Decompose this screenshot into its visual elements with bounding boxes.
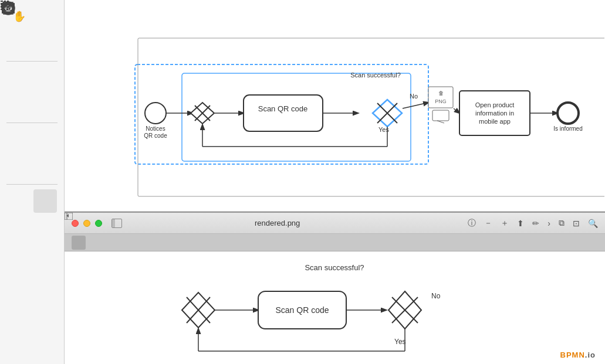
fullscreen-icon[interactable]: ⊡ (573, 219, 580, 228)
svg-line-50 (454, 108, 459, 113)
svg-text:Scan QR code: Scan QR code (275, 305, 329, 315)
zoom-in-icon[interactable]: ＋ (501, 218, 509, 229)
svg-text:🗑: 🗑 (438, 90, 444, 96)
svg-text:QR code: QR code (144, 132, 167, 139)
svg-text:Scan QR code: Scan QR code (258, 104, 308, 113)
svg-rect-32 (244, 95, 323, 131)
svg-rect-44 (432, 110, 449, 121)
png-content-area: Scan successful? Scan QR code No (65, 251, 605, 364)
dashed-rect-tool[interactable] (33, 189, 57, 213)
close-window-button[interactable] (72, 220, 79, 227)
bpmn-watermark: BPMN.io (560, 351, 596, 359)
svg-text:Scan successful?: Scan successful? (350, 72, 401, 79)
doc-tool[interactable] (8, 155, 31, 178)
zoom-out-icon[interactable]: － (484, 218, 492, 229)
search-icon[interactable]: 🔍 (588, 219, 598, 228)
info-icon[interactable]: ⓘ (468, 218, 476, 229)
more-icon[interactable]: › (547, 219, 550, 228)
bpmn-canvas[interactable]: Scan QR code Scan successful? No 🗑 PNG Y… (65, 0, 605, 212)
svg-line-40 (403, 103, 428, 108)
png-secondary-toolbar (65, 234, 605, 251)
svg-rect-22 (2, 4, 14, 13)
hline-rect-tool[interactable] (8, 189, 31, 213)
png-window-title: rendered.png (92, 219, 463, 227)
db-tool[interactable] (33, 155, 57, 178)
png-preview-window: rendered.png ⓘ － ＋ ⬆ ✏ › ⧉ ⊡ 🔍 (65, 212, 605, 364)
svg-text:Is informed: Is informed (553, 125, 582, 132)
svg-line-45 (437, 121, 444, 123)
thick-circle-tool[interactable] (33, 66, 57, 90)
png-toolbar-icons: ⓘ － ＋ ⬆ ✏ › ⧉ ⊡ 🔍 (468, 218, 598, 229)
diamond-tool[interactable] (33, 93, 57, 117)
svg-text:No: No (410, 93, 418, 100)
window-icon[interactable]: ⧉ (559, 218, 565, 228)
pencil-icon[interactable]: ✏ (532, 219, 539, 228)
sidebar-toggle-button[interactable] (72, 236, 86, 250)
svg-text:Yes: Yes (394, 338, 406, 346)
edit-tool[interactable] (33, 32, 57, 55)
svg-text:No: No (431, 292, 441, 300)
lasso-tool[interactable] (33, 5, 57, 28)
svg-point-26 (145, 103, 166, 124)
main-area: Scan QR code Scan successful? No 🗑 PNG Y… (65, 0, 605, 364)
minimize-window-button[interactable] (83, 220, 90, 227)
png-titlebar: rendered.png ⓘ － ＋ ⬆ ✏ › ⧉ ⊡ 🔍 (65, 213, 605, 234)
ring-tool[interactable] (8, 93, 31, 117)
svg-text:PNG: PNG (435, 98, 447, 104)
svg-text:Open product: Open product (475, 101, 515, 108)
share-icon[interactable]: ⬆ (517, 219, 524, 228)
svg-text:Notices: Notices (146, 125, 165, 132)
rounded-rect-tool[interactable] (33, 128, 57, 151)
rect-tool[interactable] (8, 128, 31, 151)
svg-point-56 (557, 103, 579, 124)
svg-text:mobile app: mobile app (479, 118, 511, 125)
connect-tool[interactable] (8, 32, 31, 55)
toolbar: ✋ (0, 0, 65, 364)
svg-text:information in: information in (475, 110, 514, 117)
svg-text:Scan successful?: Scan successful? (305, 263, 364, 272)
circle-tool[interactable] (8, 66, 31, 90)
svg-rect-60 (65, 213, 73, 220)
